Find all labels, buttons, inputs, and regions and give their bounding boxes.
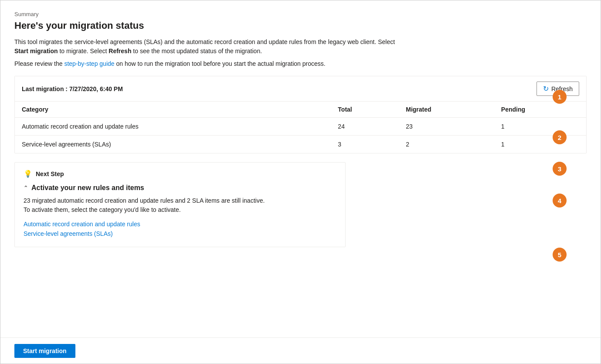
activate-title-text: Activate your new rules and items xyxy=(31,184,144,192)
migration-table: Category Total Migrated Pending Automati… xyxy=(15,102,586,153)
sla-link[interactable]: Service-level agreements (SLAs) xyxy=(24,230,336,237)
activate-description: 23 migrated automatic record creation an… xyxy=(24,196,336,214)
next-step-box: 💡 Next Step ⌃ Activate your new rules an… xyxy=(14,162,346,247)
migration-table-container: Last migration : 7/27/2020, 6:40 PM ↻ Re… xyxy=(14,76,587,153)
start-migration-button[interactable]: Start migration xyxy=(14,344,75,358)
footer-bar: Start migration xyxy=(0,337,601,364)
col-total: Total xyxy=(331,102,399,118)
arc-rules-link[interactable]: Automatic record creation and update rul… xyxy=(24,221,336,228)
annotation-1: 1 xyxy=(553,90,567,104)
table-row: Automatic record creation and update rul… xyxy=(15,118,586,136)
page-title: Here's your migration status xyxy=(14,20,587,31)
table-header: Category Total Migrated Pending xyxy=(15,102,586,118)
cell-category: Automatic record creation and update rul… xyxy=(15,118,331,136)
cell-pending: 1 xyxy=(494,118,586,136)
annotation-2: 2 xyxy=(553,130,567,144)
activate-section-title: ⌃ Activate your new rules and items xyxy=(24,184,336,192)
cell-category: Service-level agreements (SLAs) xyxy=(15,136,331,153)
col-migrated: Migrated xyxy=(399,102,494,118)
summary-label: Summary xyxy=(14,11,587,17)
cell-pending: 1 xyxy=(494,136,586,153)
annotation-3: 3 xyxy=(553,162,567,176)
annotation-5: 5 xyxy=(553,248,567,262)
refresh-icon: ↻ xyxy=(543,85,549,93)
chevron-up-icon: ⌃ xyxy=(24,185,28,191)
table-row: Service-level agreements (SLAs)321 xyxy=(15,136,586,153)
annotation-4: 4 xyxy=(553,194,567,208)
col-category: Category xyxy=(15,102,331,118)
cell-migrated: 2 xyxy=(399,136,494,153)
last-migration-text: Last migration : 7/27/2020, 6:40 PM xyxy=(22,85,536,92)
cell-total: 3 xyxy=(331,136,399,153)
cell-migrated: 23 xyxy=(399,118,494,136)
description-text: This tool migrates the service-level agr… xyxy=(14,37,407,56)
cell-total: 24 xyxy=(331,118,399,136)
table-header-row: Last migration : 7/27/2020, 6:40 PM ↻ Re… xyxy=(15,76,586,102)
next-step-header: 💡 Next Step xyxy=(24,170,336,178)
col-pending: Pending xyxy=(494,102,586,118)
step-by-step-guide-link[interactable]: step-by-step guide xyxy=(64,60,114,67)
guide-text: Please review the step-by-step guide on … xyxy=(14,60,587,67)
next-step-label: Next Step xyxy=(36,170,64,177)
lightbulb-icon: 💡 xyxy=(24,170,32,178)
